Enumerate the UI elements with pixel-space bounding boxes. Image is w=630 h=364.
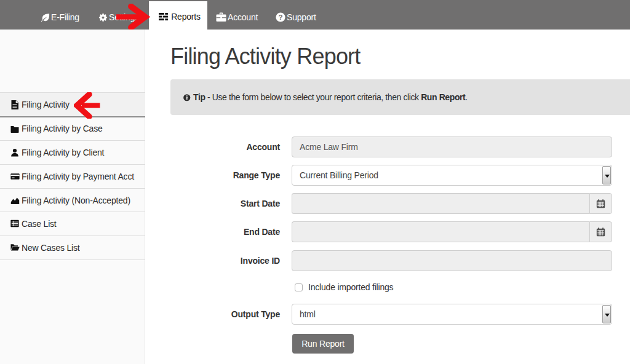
svg-text:?: ? — [279, 14, 283, 21]
